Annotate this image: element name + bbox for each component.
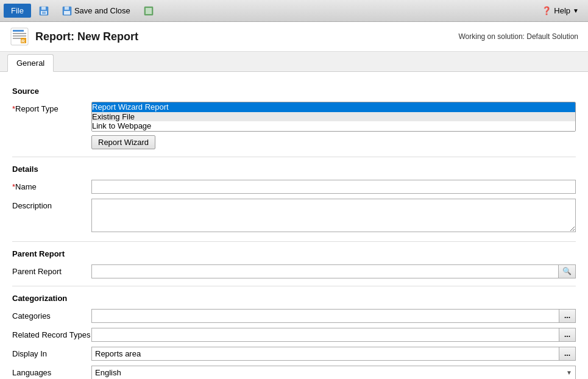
parent-report-section-header: Parent Report (12, 249, 576, 258)
parent-report-input[interactable] (91, 264, 559, 278)
display-in-row: Display In ... (12, 347, 576, 361)
svg-text:R: R (21, 38, 25, 44)
display-in-control: ... (91, 347, 576, 361)
help-circle-icon: ❓ (542, 6, 551, 15)
save-close-icon (62, 6, 72, 16)
page-title: Report: New Report (35, 30, 138, 43)
page-header-left: R Report: New Report (10, 27, 138, 46)
display-in-ellipsis-button[interactable]: ... (559, 347, 576, 361)
categories-row: Categories ... (12, 309, 576, 323)
parent-report-input-group: 🔍 (91, 264, 576, 278)
page-header: R Report: New Report Working on solution… (0, 22, 588, 52)
parent-report-divider (12, 241, 576, 242)
save-and-close-button[interactable]: Save and Close (57, 4, 136, 18)
related-record-types-control: ... (91, 328, 576, 342)
categorization-section-header: Categorization (12, 294, 576, 303)
report-wizard-button[interactable]: Report Wizard (91, 135, 155, 149)
related-record-types-row: Related Record Types ... (12, 328, 576, 342)
name-row: *Name (12, 180, 576, 194)
details-divider (12, 157, 576, 157)
tabs-bar: General (0, 52, 588, 72)
parent-report-control: 🔍 (91, 264, 576, 278)
svg-rect-10 (13, 30, 24, 32)
name-control (91, 180, 576, 194)
file-button[interactable]: File (4, 4, 31, 18)
svg-rect-6 (64, 11, 70, 15)
help-dropdown-arrow: ▼ (573, 7, 579, 14)
save-button[interactable] (34, 4, 54, 18)
display-in-input-group: ... (91, 347, 576, 361)
svg-rect-11 (13, 33, 26, 34)
svg-rect-5 (65, 7, 69, 10)
working-on-solution: Working on solution: Default Solution (458, 32, 578, 41)
languages-label: Languages (12, 366, 91, 377)
description-row: Description (12, 199, 576, 234)
description-control (91, 199, 576, 234)
extra-icon (144, 6, 154, 16)
categorization-divider (12, 286, 576, 286)
related-record-types-input-group: ... (91, 328, 576, 342)
parent-report-lookup-button[interactable]: 🔍 (559, 264, 576, 278)
description-label: Description (12, 199, 91, 210)
report-type-label: *Report Type (12, 102, 91, 113)
help-label: Help (554, 6, 570, 15)
languages-select-wrapper: English French German Spanish ▼ (91, 366, 576, 379)
related-record-types-label: Related Record Types (12, 328, 91, 339)
display-in-label: Display In (12, 347, 91, 358)
extra-toolbar-button[interactable] (138, 4, 159, 18)
lookup-icon: 🔍 (562, 267, 572, 275)
categories-input[interactable] (91, 309, 559, 323)
languages-row: Languages English French German Spanish … (12, 366, 576, 379)
help-button[interactable]: ❓ Help ▼ (536, 4, 584, 18)
form-area: Source *Report Type Report Wizard Report… (0, 72, 588, 379)
categories-control: ... (91, 309, 576, 323)
report-icon: R (10, 27, 29, 46)
svg-rect-1 (41, 7, 46, 10)
save-and-close-label: Save and Close (74, 6, 130, 15)
categories-label: Categories (12, 309, 91, 321)
details-section-header: Details (12, 165, 576, 174)
source-section-header: Source (12, 87, 576, 96)
svg-rect-12 (13, 35, 26, 37)
name-input[interactable] (91, 180, 576, 194)
parent-report-label: Parent Report (12, 264, 91, 276)
report-type-row: *Report Type Report Wizard Report Existi… (12, 102, 576, 149)
svg-rect-3 (42, 12, 46, 14)
categories-ellipsis-button[interactable]: ... (559, 309, 576, 323)
toolbar: File Save and Close (0, 0, 588, 22)
languages-select[interactable]: English French German Spanish (91, 366, 576, 379)
svg-rect-8 (146, 8, 152, 14)
languages-control: English French German Spanish ▼ (91, 366, 576, 379)
report-type-dropdown[interactable]: Report Wizard Report Existing File Link … (91, 102, 576, 132)
related-record-types-ellipsis-button[interactable]: ... (559, 328, 576, 342)
save-icon (39, 6, 49, 16)
name-label: *Name (12, 180, 91, 191)
related-record-types-input[interactable] (91, 328, 559, 342)
display-in-input[interactable] (91, 347, 559, 361)
report-type-control: Report Wizard Report Existing File Link … (91, 102, 576, 149)
tab-general[interactable]: General (7, 54, 54, 72)
categories-input-group: ... (91, 309, 576, 323)
parent-report-row: Parent Report 🔍 (12, 264, 576, 278)
description-input[interactable] (91, 199, 576, 232)
